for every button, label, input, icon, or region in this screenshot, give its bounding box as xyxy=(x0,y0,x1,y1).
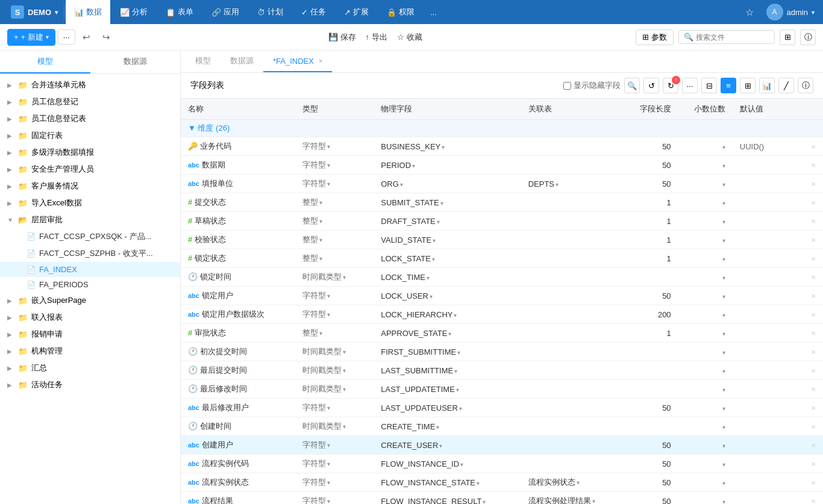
sidebar-item-djfd[interactable]: ▶ 📁 多级浮动数据填报 xyxy=(0,144,180,161)
tab-datasource-inactive[interactable]: 数据源 xyxy=(221,51,263,72)
new-btn[interactable]: + + 新建 ▾ xyxy=(7,29,55,46)
sidebar-item-ygxx[interactable]: ▶ 📁 员工信息登记 xyxy=(0,93,180,110)
tab-datasource[interactable]: 数据源 xyxy=(90,51,181,73)
table-row[interactable]: abc流程实例代码 字符型▾ FLOW_INSTANCE_ID▾ 50 ▾ × xyxy=(181,455,823,473)
nav-item-more[interactable]: ... xyxy=(424,0,443,24)
view-line-btn[interactable]: ╱ xyxy=(778,78,794,93)
sidebar-item-khfw[interactable]: ▶ 📁 客户服务情况 xyxy=(0,178,180,194)
table-row[interactable]: 🔑业务代码 字符型▾ BUSINESS_KEY▾ 50 ▾ UUID() × xyxy=(181,137,823,156)
more-fields-btn[interactable]: ··· xyxy=(682,78,698,93)
sidebar-item-ccsp[interactable]: ▼ 📂 层层审批 xyxy=(0,211,180,228)
table-row[interactable]: 🕐初次提交时间 时间戳类型▾ FIRST_SUBMITTIME▾ ▾ × xyxy=(181,343,823,361)
show-hidden-checkbox-label[interactable]: 显示隐藏字段 xyxy=(563,80,621,91)
delete-icon[interactable]: × xyxy=(811,235,816,244)
delete-icon[interactable]: × xyxy=(811,385,816,394)
nav-item-form[interactable]: 📋 表单 xyxy=(157,0,202,24)
sidebar-item-aqsc[interactable]: ▶ 📁 安全生产管理人员 xyxy=(0,161,180,178)
delete-icon[interactable]: × xyxy=(811,198,816,207)
more-options-btn[interactable]: ··· xyxy=(58,30,75,45)
delete-icon[interactable]: × xyxy=(811,161,816,170)
delete-icon[interactable]: × xyxy=(811,422,816,431)
nav-item-data[interactable]: 📊 数据 xyxy=(66,0,110,24)
sidebar-item-hdrw[interactable]: ▶ 📁 活动任务 xyxy=(0,376,180,393)
nav-item-plan[interactable]: ⏱ 计划 xyxy=(249,0,292,24)
nav-item-app[interactable]: 🔗 应用 xyxy=(203,0,248,24)
nav-item-task[interactable]: ✓ 任务 xyxy=(293,0,334,24)
table-row[interactable]: #锁定状态 整型▾ LOCK_STATE▾ 1 ▾ × xyxy=(181,249,823,268)
table-row[interactable]: 🕐最后提交时间 时间戳类型▾ LAST_SUBMITTIME▾ ▾ × xyxy=(181,361,823,380)
delete-icon[interactable]: × xyxy=(811,459,816,468)
sidebar-item-bxsq[interactable]: ▶ 📁 报销申请 xyxy=(0,326,180,343)
export-btn[interactable]: ↑ 导出 xyxy=(366,32,388,43)
delete-icon[interactable]: × xyxy=(811,273,816,282)
table-row[interactable]: abc流程实例状态 字符型▾ FLOW_INSTANCE_STATE▾ 流程实例… xyxy=(181,473,823,492)
save-btn[interactable]: 💾 保存 xyxy=(328,32,356,43)
tab-model-inactive[interactable]: 模型 xyxy=(186,51,221,72)
user-btn[interactable]: A admin ▾ xyxy=(763,4,818,20)
delete-icon[interactable]: × xyxy=(811,403,816,412)
table-row[interactable]: 🕐最后修改时间 时间戳类型▾ LAST_UPDATETIME▾ ▾ × xyxy=(181,380,823,399)
table-row-create-user[interactable]: abc创建用户 字符型▾ CREATE_USER▾ 50 ▾ × xyxy=(181,436,823,455)
nav-item-analysis[interactable]: 📈 分析 xyxy=(111,0,156,24)
tab-model[interactable]: 模型 xyxy=(0,51,90,73)
search-input[interactable] xyxy=(696,33,769,42)
view-grid-btn[interactable]: ⊞ xyxy=(780,30,795,45)
show-hidden-checkbox[interactable] xyxy=(563,82,571,90)
info-btn[interactable]: ⓘ xyxy=(800,30,816,45)
table-row[interactable]: 🕐创建时间 时间戳类型▾ CREATE_TIME▾ ▾ × xyxy=(181,417,823,436)
view-list-btn[interactable]: ≡ xyxy=(721,78,736,93)
sidebar-item-qrsp[interactable]: ▶ 📁 嵌入SuperPage xyxy=(0,292,180,309)
table-row[interactable]: #校验状态 整型▾ VALID_STATE▾ 1 ▾ × xyxy=(181,231,823,249)
sidebar-item-hblx[interactable]: ▶ 📁 合并连续单元格 xyxy=(0,76,180,93)
redo-btn[interactable]: ↪ xyxy=(98,30,115,45)
table-row[interactable]: abc最后修改用户 字符型▾ LAST_UPDATEUSER▾ 50 ▾ × xyxy=(181,399,823,417)
delete-icon[interactable]: × xyxy=(811,179,816,188)
delete-icon[interactable]: × xyxy=(811,329,816,338)
search-fields-btn[interactable]: 🔍 xyxy=(624,78,640,93)
delete-icon[interactable]: × xyxy=(811,254,816,263)
table-row[interactable]: abc流程结果 字符型▾ FLOW_INSTANCE_RESULT▾ 流程实例处… xyxy=(181,492,823,505)
delete-icon[interactable]: × xyxy=(811,347,816,356)
table-row[interactable]: abc数据期 字符型▾ PERIOD▾ 50 ▾ × xyxy=(181,156,823,175)
sidebar-item-drexcel[interactable]: ▶ 📁 导入Excel数据 xyxy=(0,194,180,211)
param-btn[interactable]: ⊞ 参数 xyxy=(636,30,674,45)
delete-icon[interactable]: × xyxy=(811,142,816,151)
info-fields-btn[interactable]: ⓘ xyxy=(798,78,813,93)
sidebar-item-fa-index[interactable]: 📄 FA_INDEX xyxy=(0,262,180,277)
sidebar-item-fact1[interactable]: 📄 FACT_CCSP_CPXSQK - 产品... xyxy=(0,228,180,245)
delete-icon[interactable]: × xyxy=(811,441,816,450)
view-table-btn[interactable]: ⊟ xyxy=(701,78,717,93)
delete-icon[interactable]: × xyxy=(811,310,816,319)
table-row[interactable]: #提交状态 整型▾ SUBMIT_STATE▾ 1 ▾ × xyxy=(181,193,823,212)
delete-icon[interactable]: × xyxy=(811,217,816,226)
refresh-btn[interactable]: ↺ xyxy=(643,78,659,93)
sidebar-item-lrbb[interactable]: ▶ 📁 联入报表 xyxy=(0,309,180,326)
delete-icon[interactable]: × xyxy=(811,366,816,375)
sidebar-item-ygxxdjb[interactable]: ▶ 📁 员工信息登记表 xyxy=(0,110,180,127)
table-row[interactable]: #审批状态 整型▾ APPROVE_STATE▾ 1 ▾ × xyxy=(181,324,823,343)
sidebar-item-fact2[interactable]: 📄 FACT_CCSP_SZPHB - 收支平... xyxy=(0,245,180,262)
undo-btn[interactable]: ↩ xyxy=(78,30,95,45)
table-row[interactable]: abc锁定用户 字符型▾ LOCK_USER▾ 50 ▾ × xyxy=(181,287,823,305)
sidebar-item-gdxb[interactable]: ▶ 📁 固定行表 xyxy=(0,127,180,144)
table-row[interactable]: #草稿状态 整型▾ DRAFT_STATE▾ 1 ▾ × xyxy=(181,212,823,231)
delete-icon[interactable]: × xyxy=(811,497,816,505)
delete-icon[interactable]: × xyxy=(811,291,816,300)
sidebar-item-hz[interactable]: ▶ 📁 汇总 xyxy=(0,359,180,376)
delete-icon[interactable]: × xyxy=(811,478,816,487)
table-row[interactable]: 🕐锁定时间 时间戳类型▾ LOCK_TIME▾ ▾ × xyxy=(181,268,823,287)
nav-item-perm[interactable]: 🔒 权限 xyxy=(378,0,423,24)
tab-close-icon[interactable]: × xyxy=(319,57,322,64)
sidebar-item-jggl[interactable]: ▶ 📁 机构管理 xyxy=(0,343,180,359)
view-chart-btn[interactable]: 📊 xyxy=(759,78,775,93)
star-btn[interactable]: ☆ xyxy=(741,4,758,20)
table-row[interactable]: abc锁定用户数据级次 字符型▾ LOCK_HIERARCHY▾ 200 ▾ × xyxy=(181,305,823,324)
collect-btn[interactable]: ☆ 收藏 xyxy=(397,32,422,43)
sidebar-item-fa-periods[interactable]: 📄 FA_PERIODS xyxy=(0,277,180,292)
nav-item-extend[interactable]: ↗ 扩展 xyxy=(336,0,377,24)
tab-fa-index-active[interactable]: *FA_INDEX × xyxy=(263,51,332,72)
view-tree-btn[interactable]: ⊞ xyxy=(740,78,756,93)
sync-btn[interactable]: ↻ ! xyxy=(663,78,678,93)
table-row[interactable]: abc填报单位 字符型▾ ORG▾ DEPTS▾ 50 ▾ × xyxy=(181,175,823,193)
logo[interactable]: S DEMO ▾ xyxy=(5,5,64,19)
